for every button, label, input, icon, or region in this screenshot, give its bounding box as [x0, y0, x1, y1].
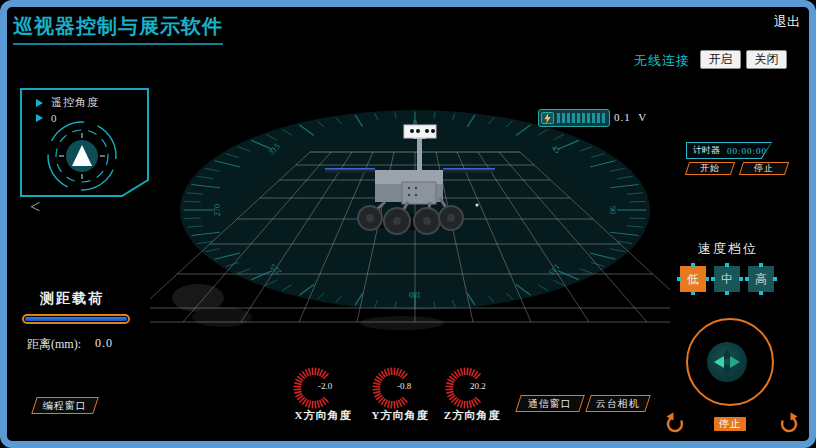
battery-bar — [577, 113, 580, 123]
rover-mast — [417, 138, 422, 170]
speed-low-button[interactable]: 低 — [680, 266, 706, 292]
joystick-knob[interactable] — [707, 342, 747, 382]
gauge-tick — [317, 368, 319, 375]
handle-dot — [739, 277, 743, 281]
speed-high-label: 高 — [755, 271, 767, 288]
rover-front-panel — [402, 182, 436, 204]
connection-open-button[interactable]: 开启 — [700, 50, 741, 69]
timer-start-button[interactable]: 开始 — [685, 162, 735, 175]
handle-dot — [759, 291, 763, 295]
gauge-z-value: 20.2 — [470, 381, 486, 391]
timer-label: 计时器 — [693, 144, 720, 157]
timer-stop-label: 停止 — [754, 162, 774, 175]
gauge-z-label: Z方向角度 — [430, 408, 514, 423]
gauge-tick — [467, 368, 468, 375]
distance-value: 0.0 — [95, 336, 113, 351]
collapse-chevron-icon[interactable]: < — [30, 197, 40, 218]
comm-window-button[interactable]: 通信窗口 — [515, 395, 585, 412]
gauge-tick — [315, 368, 316, 375]
viewport-3d[interactable]: 0 45 90 135 180 225 270 315 — [150, 98, 670, 338]
battery-bolt-icon — [541, 112, 554, 124]
rotate-cw-button[interactable] — [778, 412, 800, 434]
speed-low-label: 低 — [687, 271, 699, 288]
gauge-tick — [396, 401, 398, 408]
gauge-tick — [469, 368, 471, 375]
gauge-tick — [294, 383, 301, 385]
program-window-button[interactable]: 编程窗口 — [31, 397, 99, 414]
battery-bar — [582, 113, 585, 123]
battery-bar — [587, 113, 590, 123]
battery-bar — [562, 113, 565, 123]
handle-dot — [711, 277, 715, 281]
gauge-tick — [373, 391, 380, 393]
handle-dot — [677, 277, 681, 281]
exit-button[interactable]: 退出 — [774, 13, 800, 31]
timer-value: 00:00:00 — [727, 146, 767, 156]
connection-close-button[interactable]: 关闭 — [746, 50, 787, 69]
gimbal-camera-label: 云台相机 — [596, 397, 640, 411]
gauge-tick — [461, 401, 463, 408]
gauge-tick — [373, 383, 380, 385]
battery-bar — [602, 113, 605, 123]
gauge-tick — [446, 383, 453, 385]
gauge-tick — [317, 401, 319, 408]
joystick-arrows — [707, 342, 747, 382]
rotate-ccw-button[interactable] — [664, 412, 686, 434]
battery-bar — [567, 113, 570, 123]
joystick-stop-button[interactable]: 停止 — [714, 417, 746, 431]
handle-dot — [745, 277, 749, 281]
arrow-marker-icon — [36, 99, 43, 107]
battery-bar — [592, 113, 595, 123]
comm-window-label: 通信窗口 — [528, 397, 572, 411]
gauge-tick — [294, 389, 301, 390]
gauge-tick — [461, 368, 463, 375]
wireless-connection-label: 无线连接 — [634, 52, 690, 70]
handle-dot — [773, 277, 777, 281]
gauge-tick — [294, 386, 301, 387]
battery-level-bars — [557, 112, 605, 124]
handle-dot — [759, 263, 763, 267]
gauge-tick — [294, 391, 301, 393]
gauge-tick — [391, 368, 392, 375]
program-window-label: 编程窗口 — [43, 399, 87, 413]
arrow-right-icon — [730, 356, 740, 368]
highlight-dot — [476, 204, 479, 207]
gauge-x-value: -2.0 — [318, 381, 332, 391]
speed-mid-label: 中 — [721, 271, 733, 288]
gauge-tick — [396, 368, 398, 375]
gauge-tick — [446, 391, 453, 393]
gauge-tick — [373, 386, 380, 387]
speed-gear-title: 速度档位 — [698, 240, 758, 258]
ranging-progress-fill — [25, 317, 127, 321]
handle-dot — [725, 263, 729, 267]
battery-voltage-value: 0.1 — [614, 111, 631, 123]
gauge-tick — [373, 389, 380, 390]
compass-label-180: 180 — [409, 290, 421, 299]
handle-dot — [705, 277, 709, 281]
gauge-tick — [394, 368, 395, 375]
gauge-tick — [309, 368, 311, 375]
gimbal-camera-button[interactable]: 云台相机 — [585, 395, 651, 412]
timer-stop-button[interactable]: 停止 — [739, 162, 789, 175]
compass-label-90: 90 — [608, 206, 617, 214]
battery-voltage: 0.1 V — [614, 111, 647, 123]
speed-high-button[interactable]: 高 — [748, 266, 774, 292]
remote-angle-radar[interactable] — [42, 117, 122, 195]
gauge-tick — [312, 368, 313, 375]
battery-bar — [572, 113, 575, 123]
gauge-tick — [446, 389, 453, 390]
gauge-tick — [388, 368, 390, 375]
ranging-title: 测距载荷 — [40, 290, 104, 308]
gauge-tick — [388, 401, 390, 408]
gauge-tick — [309, 401, 311, 408]
remote-angle-title-row: 遥控角度 — [36, 95, 99, 110]
compass-label-270: 270 — [213, 204, 222, 216]
timer-display: 计时器 00:00:00 — [686, 142, 772, 159]
battery-indicator — [538, 109, 610, 127]
gauge-tick — [446, 386, 453, 387]
gauge-tick — [464, 368, 465, 375]
remote-angle-title: 遥控角度 — [51, 95, 99, 110]
ranging-progress-bar — [22, 314, 130, 324]
speed-mid-button[interactable]: 中 — [714, 266, 740, 292]
battery-bar — [557, 113, 560, 123]
